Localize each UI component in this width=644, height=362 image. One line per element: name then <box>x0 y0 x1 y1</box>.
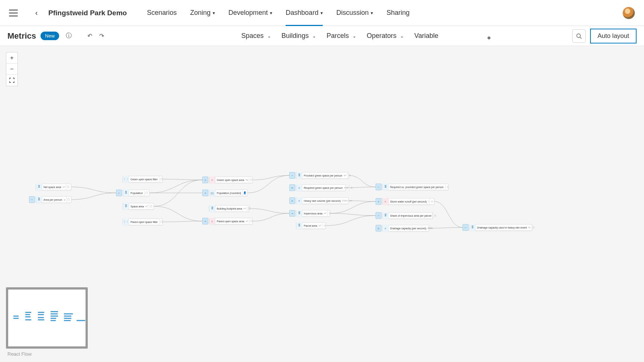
flow-node[interactable]: ≣Provided green space per personm²◇ <box>296 172 349 179</box>
node-label: Required vs. provided green space per pe… <box>389 186 445 188</box>
node-label: Green open space area <box>215 179 246 181</box>
flow-node[interactable]: [x]Population (rounded)👤 <box>209 190 248 196</box>
zoom-out-button[interactable]: − <box>6 64 17 75</box>
flow-node[interactable]: ≣Parcel aream²◇ <box>296 222 326 229</box>
flow-node[interactable]: ×Storm water runoff (per second)l◇ <box>382 198 434 205</box>
node-label: Paved open space area <box>215 220 246 223</box>
flow-node[interactable]: ≣Impervious aream²◇ <box>296 210 330 217</box>
node-inport[interactable] <box>376 184 381 190</box>
node-inport[interactable] <box>29 196 35 203</box>
node-label: Building footprint area <box>215 207 244 210</box>
node-type-icon: ≣ <box>296 210 302 217</box>
zoom-in-button[interactable]: + <box>6 52 17 64</box>
node-inport[interactable] <box>289 172 295 179</box>
flow-node[interactable]: ≣Space aream²▢ <box>123 203 154 210</box>
node-type-icon: ≣ <box>36 196 42 203</box>
node-output-icon: ▢ <box>159 176 164 182</box>
node-unit: m² <box>319 224 322 227</box>
node-label: Net space area <box>42 186 62 188</box>
node-inport[interactable] <box>116 190 122 196</box>
svg-point-0 <box>577 34 580 38</box>
zoom-controls: + − <box>6 52 18 86</box>
auto-layout-button[interactable]: Auto layout <box>590 29 637 43</box>
node-label: Paved open space filter <box>129 221 159 223</box>
search-icon[interactable] <box>572 29 586 43</box>
flow-node[interactable]: ≣Drainage capacity used in heavy rain ev… <box>469 224 532 231</box>
flow-node[interactable]: ⋮⋮Green open space filter▢ <box>123 176 163 182</box>
flow-node[interactable]: ≣Share of impervious area per parcel◇ <box>382 212 433 219</box>
node-inport[interactable] <box>376 225 381 232</box>
minimap[interactable] <box>6 287 88 349</box>
nav-discussion[interactable]: Discussion▾ <box>329 0 380 26</box>
toolbar-variable[interactable]: Variable <box>414 32 438 40</box>
node-inport[interactable] <box>376 198 381 205</box>
flow-node[interactable]: ≣Required vs. provided green space per p… <box>382 184 448 190</box>
flow-node[interactable]: nDrainage capacity (per second)8001 <box>382 225 429 232</box>
chevron-down-icon: ▾ <box>321 10 323 16</box>
flow-node[interactable]: ≣Population▢ <box>123 190 149 196</box>
nav-dashboard[interactable]: Dashboard▾ <box>279 0 329 26</box>
chevron-down-icon: ⌄ <box>352 33 356 39</box>
nav-zoning[interactable]: Zoning▾ <box>183 0 222 26</box>
node-label: Parcel area <box>302 224 319 227</box>
back-button[interactable]: ‹ <box>32 9 41 17</box>
flow-node[interactable]: ≣Area per person②▢ <box>36 196 71 203</box>
redo-icon[interactable]: ↷ <box>96 30 107 42</box>
node-inport[interactable] <box>202 190 208 196</box>
node-label: Drainage capacity used in heavy rain eve… <box>476 226 528 229</box>
node-label: Population <box>129 192 144 194</box>
chevron-down-icon: ▾ <box>371 10 373 16</box>
toolbar-buildings[interactable]: Buildings⌄ <box>281 32 316 40</box>
toolbar-parcels[interactable]: Parcels⌄ <box>326 32 356 40</box>
flow-node[interactable]: ≣Net space aream²▢ <box>36 184 71 190</box>
flow-node[interactable]: nHeavy rain volume (per second)0.021 / m… <box>296 197 349 204</box>
svg-line-1 <box>580 37 582 39</box>
new-badge[interactable]: New <box>41 32 59 40</box>
node-type-icon: ≣ <box>123 190 129 196</box>
node-inport[interactable] <box>376 212 381 219</box>
node-inport[interactable] <box>289 210 295 217</box>
node-inport[interactable] <box>202 177 208 183</box>
node-output-icon: ◇ <box>433 212 437 219</box>
nav-development[interactable]: Development▾ <box>222 0 279 26</box>
hamburger-icon[interactable] <box>9 10 18 16</box>
node-unit: 8001 <box>428 227 433 229</box>
node-label: Green open space filter <box>129 178 159 181</box>
toolbar-spaces[interactable]: Spaces⌄ <box>241 32 271 40</box>
node-type-icon: ≣ <box>209 205 215 212</box>
node-label: Drainage capacity (per second) <box>389 227 428 230</box>
node-inport[interactable] <box>202 218 208 224</box>
node-type-icon: × <box>209 218 215 224</box>
toolbar-operators[interactable]: Operators⌄ <box>367 32 404 40</box>
flow-node[interactable]: ×Paved open space aream²▢ <box>209 218 253 224</box>
canvas[interactable]: + − ≣Net space aream²▢≣Area per person②▢… <box>0 46 644 362</box>
node-output-icon: ▢ <box>66 196 71 203</box>
fit-view-button[interactable] <box>6 75 17 86</box>
nav-scenarios[interactable]: Scenarios <box>140 0 183 26</box>
toolbar-drop-label: Buildings <box>281 32 309 40</box>
node-inport[interactable] <box>289 197 295 204</box>
node-type-icon: × <box>209 177 215 183</box>
node-label: Storm water runoff (per second) <box>389 200 428 203</box>
node-output-icon: ▢ <box>66 184 70 190</box>
node-unit: m² <box>244 207 247 210</box>
node-inport[interactable] <box>463 224 468 231</box>
flow-node[interactable]: nRequired green space per person9 m²◇ <box>296 184 346 191</box>
node-type-icon: ⋮⋮ <box>123 176 129 182</box>
node-label: Impervious area <box>302 212 324 215</box>
node-inport[interactable] <box>289 184 295 191</box>
node-type-icon: ≣ <box>383 184 389 190</box>
node-type-icon: ≣ <box>383 212 389 219</box>
undo-icon[interactable]: ↶ <box>84 30 96 42</box>
flow-node[interactable]: ⋮⋮Paved open space filter▢ <box>123 219 163 225</box>
node-type-icon: ≣ <box>470 224 476 231</box>
info-icon[interactable]: ⓘ <box>63 30 75 42</box>
avatar[interactable] <box>622 7 635 19</box>
node-output-icon: ▢ <box>159 219 164 225</box>
nav-sharing[interactable]: Sharing <box>380 0 416 26</box>
flow-node[interactable]: ×Green open space areaha▢ <box>209 177 253 183</box>
node-output-icon: ▢ <box>249 218 254 224</box>
node-output-icon: ◇ <box>327 210 332 217</box>
flow-node[interactable]: ≣Building footprint aream²▢ <box>209 205 249 212</box>
node-output-icon: ◇ <box>445 184 450 190</box>
